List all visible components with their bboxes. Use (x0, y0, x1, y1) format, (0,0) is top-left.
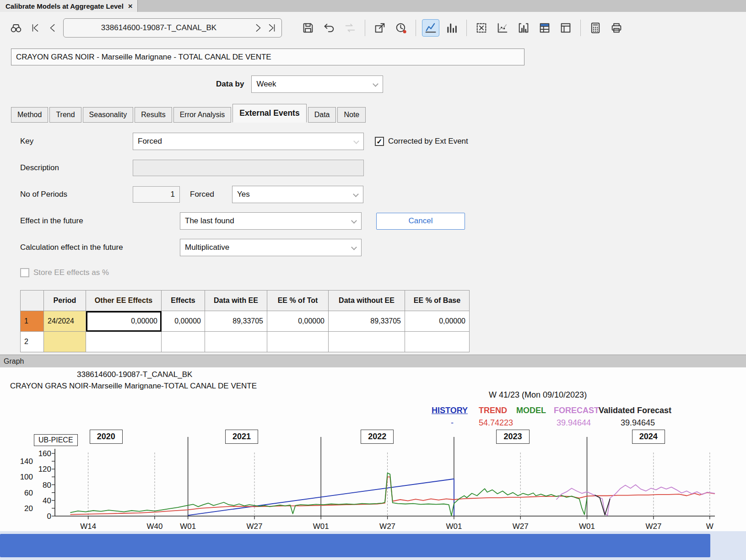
undo-icon[interactable] (320, 19, 338, 37)
data-without-ee-cell[interactable] (329, 332, 405, 352)
col-header-ee-pct-of-base[interactable]: EE % of Base (405, 291, 470, 311)
period-cell[interactable] (44, 332, 86, 352)
publish-icon[interactable] (371, 19, 389, 37)
legend-model[interactable]: MODEL (516, 406, 546, 415)
svg-text:160: 160 (38, 449, 51, 458)
graph-panel-header[interactable]: Graph (0, 355, 746, 367)
svg-text:40: 40 (43, 496, 51, 505)
tab-data[interactable]: Data (308, 107, 336, 123)
legend-trend[interactable]: TREND (479, 406, 507, 415)
ee-pct-of-base-cell[interactable] (405, 332, 470, 352)
horizontal-scrollbar[interactable] (0, 531, 746, 560)
tab-note[interactable]: Note (337, 107, 366, 123)
svg-text:W27: W27 (645, 522, 661, 531)
legend-forecast[interactable]: FORECAST (554, 406, 599, 415)
tab-trend[interactable]: Trend (49, 107, 81, 123)
tab-error-analysis[interactable]: Error Analysis (173, 107, 232, 123)
legend-history[interactable]: HISTORY (432, 406, 468, 415)
tab-seasonality[interactable]: Seasonality (83, 107, 134, 123)
data-with-ee-cell[interactable] (205, 332, 267, 352)
data-with-ee-cell[interactable]: 89,33705 (205, 311, 267, 332)
col-header-ee-pct-of-tot[interactable]: EE % of Tot (267, 291, 329, 311)
period-cell[interactable]: 24/2024 (44, 311, 86, 332)
svg-text:140: 140 (20, 457, 33, 466)
cancel-button[interactable]: Cancel (376, 213, 465, 230)
svg-text:0: 0 (47, 512, 51, 521)
svg-text:W01: W01 (180, 522, 196, 531)
history-cursor-value: - (451, 418, 454, 428)
tab-external-events[interactable]: External Events (232, 104, 306, 123)
col-header-data-with-ee[interactable]: Data with EE (205, 291, 267, 311)
calculator-icon[interactable] (587, 19, 604, 37)
ee-effects-table: Period Other EE Effects Effects Data wit… (20, 290, 470, 352)
svg-text:W01: W01 (579, 522, 595, 531)
last-record-icon[interactable] (265, 20, 279, 36)
bar-chart-icon[interactable] (443, 19, 460, 37)
forced-select[interactable]: Yes (232, 186, 363, 203)
store-ee-effects-label: Store EE effects as % (33, 268, 109, 277)
trend-cursor-value: 54.74223 (479, 418, 513, 428)
key-value: Forced (138, 137, 162, 146)
chevron-down-icon (373, 81, 379, 87)
tab-method[interactable]: Method (11, 107, 48, 123)
other-ee-effects-cell[interactable]: 0,00000 (86, 311, 162, 332)
store-ee-effects-checkbox[interactable] (20, 268, 29, 277)
effect-in-future-select[interactable]: The last found (180, 212, 362, 230)
key-select[interactable]: Forced (133, 133, 364, 150)
corrected-by-ext-event-checkbox[interactable]: ✓ (375, 137, 384, 146)
col-header-other-ee-effects[interactable]: Other EE Effects (86, 291, 162, 311)
row-number-cell[interactable]: 2 (21, 332, 44, 352)
binoculars-icon[interactable] (7, 19, 25, 37)
tab-results[interactable]: Results (135, 107, 172, 123)
svg-text:W27: W27 (246, 522, 262, 531)
column-chart-icon[interactable] (515, 19, 532, 37)
scatter-chart-icon[interactable] (494, 19, 511, 37)
corrected-by-ext-event-label: Corrected by Ext Event (388, 137, 468, 146)
save-icon[interactable] (299, 19, 317, 37)
data-without-ee-cell[interactable]: 89,33705 (329, 311, 405, 332)
forecast-chart[interactable]: 020406080100120140160W14W40W01W27W01W27W… (0, 367, 746, 531)
next-record-icon[interactable] (251, 20, 265, 36)
col-header-data-without-ee[interactable]: Data without EE (329, 291, 405, 311)
forced-value: Yes (237, 190, 250, 199)
other-ee-effects-cell[interactable] (86, 332, 162, 352)
graph-title-id: 338614600-19087-T_CANAL_BK (77, 370, 192, 379)
horizontal-scrollbar-thumb[interactable] (0, 534, 710, 557)
zoom-selection-icon[interactable] (473, 19, 490, 37)
close-icon[interactable]: × (128, 2, 133, 10)
col-header-rownum[interactable] (21, 291, 44, 311)
table-chart-icon[interactable] (536, 19, 553, 37)
legend-validated-forecast[interactable]: Validated Forecast (599, 406, 671, 415)
window-tab[interactable]: Calibrate Models at Aggregate Level × (0, 0, 138, 12)
item-title-field[interactable]: CRAYON GRAS NOIR - Marseille Marignane -… (11, 48, 524, 65)
first-record-icon[interactable] (28, 20, 42, 36)
description-field[interactable] (133, 160, 364, 176)
print-icon[interactable] (608, 19, 625, 37)
svg-text:80: 80 (43, 481, 51, 490)
svg-text:W01: W01 (446, 522, 462, 531)
col-header-period[interactable]: Period (44, 291, 86, 311)
data-by-select[interactable]: Week (251, 75, 383, 93)
toolbar-separator (365, 20, 365, 36)
table-row: 2 (21, 332, 470, 352)
svg-text:W: W (706, 522, 714, 531)
validated-forecast-cursor-value: 39.94645 (621, 418, 655, 428)
ee-pct-of-base-cell[interactable]: 0,00000 (405, 311, 470, 332)
graph-panel-label: Graph (4, 357, 24, 366)
row-number-cell[interactable]: 1 (21, 311, 44, 332)
history-clock-icon[interactable] (392, 19, 410, 37)
report-icon[interactable] (557, 19, 574, 37)
record-id-field[interactable]: 338614600-19087-T_CANAL_BK (66, 23, 251, 32)
line-chart-icon[interactable] (422, 19, 439, 37)
ee-pct-of-tot-cell[interactable]: 0,00000 (267, 311, 329, 332)
effects-cell[interactable] (162, 332, 205, 352)
chevron-down-icon (353, 191, 359, 197)
effects-cell[interactable]: 0,00000 (162, 311, 205, 332)
no-of-periods-field[interactable]: 1 (133, 186, 180, 203)
svg-text:100: 100 (20, 473, 33, 481)
prev-record-icon[interactable] (46, 20, 59, 36)
col-header-effects[interactable]: Effects (162, 291, 205, 311)
redo-icon[interactable] (341, 19, 359, 37)
calc-effect-select[interactable]: Multiplicative (180, 239, 362, 256)
ee-pct-of-tot-cell[interactable] (267, 332, 329, 352)
